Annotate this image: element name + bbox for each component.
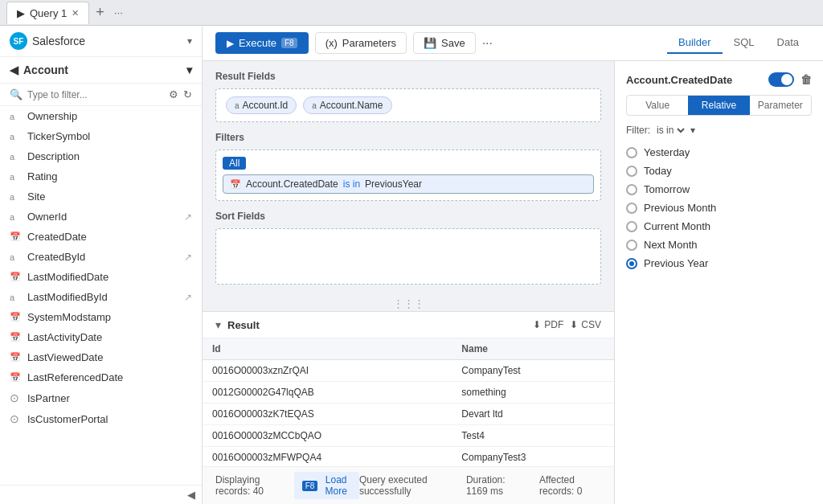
radio-next-month[interactable]: Next Month [626,239,812,251]
download-icon: ⬇ [533,319,541,330]
radio-label: Next Month [644,239,697,251]
sidebar-chevron-icon[interactable]: ▾ [187,35,192,47]
external-link-icon[interactable]: ↗ [184,211,192,223]
sidebar-search-icons: ⚙ ↻ [169,88,192,100]
sidebar-object-left: ◀ Account [10,64,68,76]
filter-row[interactable]: 📅 Account.CreatedDate is in PreviousYear [223,174,594,194]
tab-builder[interactable]: Builder [667,32,722,54]
sidebar-item-label: Ownership [27,110,192,122]
more-options-button[interactable]: ··· [482,36,493,51]
radio-yesterday[interactable]: Yesterday [626,146,812,158]
sidebar-item-label: Rating [27,170,192,182]
search-icon: 🔍 [10,88,23,100]
tab-parameter[interactable]: Parameter [750,96,811,115]
download-icon: ⬇ [570,319,578,330]
radio-today[interactable]: Today [626,165,812,177]
list-item[interactable]: a Rating [0,166,202,186]
sidebar-item-label: LastActivityDate [27,331,192,343]
radio-circle [626,147,637,158]
panel-divider[interactable]: ⋮⋮⋮ [203,296,614,311]
sidebar: SF Salesforce ▾ ◀ Account ▾ 🔍 ⚙ ↻ a Owne… [0,26,203,504]
result-table: Id Name 0016O00003xznZrQAI CompanyTest [203,338,614,466]
list-item[interactable]: ⊙ IsPartner [0,387,202,408]
filters-all-badge: All [223,157,246,170]
sidebar-object-header: ◀ Account ▾ [0,57,202,84]
execute-button[interactable]: ▶ Execute F8 [215,32,309,54]
list-item[interactable]: a TickerSymbol [0,126,202,146]
cell-name: CompanyTest [452,360,614,382]
list-item[interactable]: a Description [0,146,202,166]
list-item[interactable]: a CreatedById ↗ [0,247,202,267]
list-item[interactable]: ⊙ IsCustomerPortal [0,408,202,429]
list-item[interactable]: 📅 CreatedDate [0,227,202,247]
filters-box[interactable]: All 📅 Account.CreatedDate is in Previous… [215,150,601,201]
cell-name: something [452,382,614,404]
list-item[interactable]: 📅 LastViewedDate [0,347,202,367]
parameters-button[interactable]: (x) Parameters [315,32,407,54]
field-chip-account-id[interactable]: a Account.Id [226,96,297,114]
sidebar-object-chevron-icon[interactable]: ▾ [186,64,192,76]
external-link-icon[interactable]: ↗ [184,292,192,303]
filters-label: Filters [215,132,601,143]
list-item[interactable]: a Site [0,186,202,207]
save-icon: 💾 [424,37,436,49]
load-more-button[interactable]: F8 Load More [294,472,359,499]
load-more-icon: F8 [302,481,318,491]
table-row[interactable]: 0012G00002G47lqQAB something [203,382,614,404]
table-row[interactable]: 0016O00003zMCCbQAO Test4 [203,425,614,447]
filter-icon[interactable]: ⚙ [169,88,178,100]
table-row[interactable]: 0016O00003zMFWPQA4 CompanyTest3 [203,447,614,467]
list-item[interactable]: a OwnerId ↗ [0,207,202,227]
result-table-container: Id Name 0016O00003xznZrQAI CompanyTest [203,338,614,466]
add-tab-button[interactable]: + [89,4,111,21]
sidebar-item-label: Site [27,191,192,203]
tab-value[interactable]: Value [627,96,688,115]
search-input[interactable] [27,89,164,100]
list-item[interactable]: a LastModifiedById ↗ [0,287,202,307]
sort-fields-box[interactable] [215,228,601,285]
sidebar-item-label: TickerSymbol [27,130,192,142]
field-type-icon: a [10,152,21,162]
column-name: Name [452,338,614,360]
close-icon[interactable]: ✕ [72,8,79,18]
result-fields-box[interactable]: a Account.Id a Account.Name [215,88,601,122]
delete-button[interactable]: 🗑 [800,73,812,86]
more-tabs-button[interactable]: ··· [111,6,126,18]
radio-previous-month[interactable]: Previous Month [626,202,812,214]
radio-tomorrow[interactable]: Tomorrow [626,183,812,195]
toggle-button[interactable] [768,72,794,87]
list-item[interactable]: a Ownership [0,106,202,126]
refresh-icon[interactable]: ↻ [183,88,192,100]
sidebar-collapse-icon[interactable]: ◀ [187,489,195,501]
table-row[interactable]: 0016O00003zK7tEQAS Devart ltd [203,404,614,425]
save-button[interactable]: 💾 Save [413,32,476,54]
sidebar-connection-name: Salesforce [32,35,85,47]
pdf-button[interactable]: ⬇ PDF [533,319,563,330]
radio-current-month[interactable]: Current Month [626,220,812,232]
table-row[interactable]: 0016O00003xznZrQAI CompanyTest [203,360,614,382]
csv-button[interactable]: ⬇ CSV [570,319,601,330]
back-icon[interactable]: ◀ [10,64,18,76]
tab-sql[interactable]: SQL [723,32,766,54]
external-link-icon[interactable]: ↗ [184,252,192,263]
radio-label: Current Month [644,220,710,232]
radio-circle-selected [626,258,637,269]
list-item[interactable]: 📅 LastReferencedDate [0,367,202,387]
field-type-icon: a [10,293,21,302]
collapse-result-icon[interactable]: ▾ [215,318,221,331]
column-id: Id [203,338,452,360]
list-item[interactable]: 📅 LastActivityDate [0,327,202,347]
tab-relative[interactable]: Relative [688,96,749,115]
radio-label: Previous Month [644,202,716,214]
tab-data[interactable]: Data [766,32,810,54]
filter-select[interactable]: is in [653,124,687,137]
params-icon: (x) [326,37,338,49]
field-type-icon: a [10,132,21,141]
tab-query1[interactable]: ▶ Query 1 ✕ [6,2,89,24]
filter-op: is in [343,178,360,190]
list-item[interactable]: 📅 LastModifiedDate [0,267,202,287]
field-chip-account-name[interactable]: a Account.Name [303,96,391,114]
filter-label: Filter: [626,125,650,136]
radio-previous-year[interactable]: Previous Year [626,257,812,269]
list-item[interactable]: 📅 SystemModstamp [0,307,202,327]
